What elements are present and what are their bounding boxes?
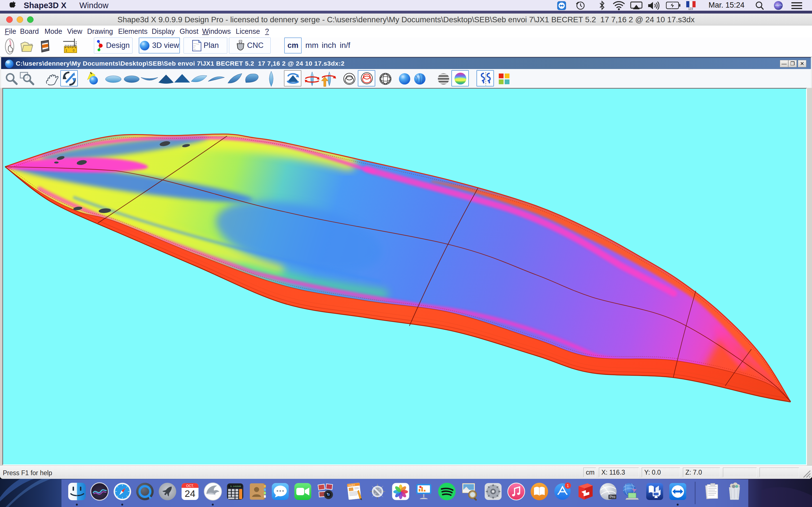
svg-text:24: 24 (185, 488, 195, 499)
svg-text:OCT.: OCT. (186, 484, 194, 488)
svg-text:1: 1 (567, 483, 569, 488)
svg-text:3.141593: 3.141593 (231, 485, 241, 488)
svg-text:Pro: Pro (610, 495, 615, 499)
